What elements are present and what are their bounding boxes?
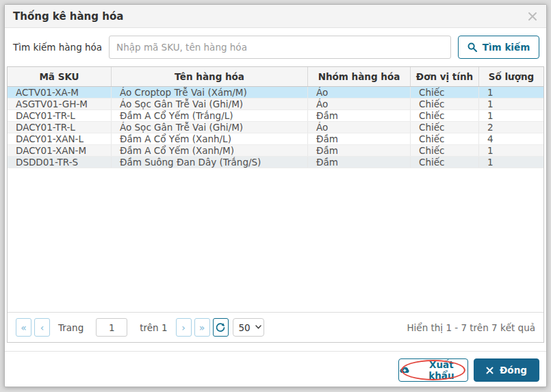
cell-group: Áo bbox=[308, 122, 411, 133]
pagination-bar: « ‹ Trang trên 1 › » 50 Hiển thị bbox=[8, 312, 543, 342]
next-page-button[interactable]: › bbox=[176, 318, 192, 337]
modal-title: Thống kê hàng hóa bbox=[13, 10, 123, 23]
cell-sku: DACY01-TR-L bbox=[8, 110, 112, 121]
search-icon bbox=[467, 42, 477, 52]
export-button[interactable]: Xuất khẩu bbox=[398, 358, 468, 382]
products-table: Mã SKU Tên hàng hóa Nhóm hàng hóa Đơn vị… bbox=[7, 66, 544, 343]
last-page-button[interactable]: » bbox=[194, 318, 210, 337]
cell-unit: Chiếc bbox=[411, 87, 479, 98]
cell-name: Áo Sọc Gân Trễ Vai (Ghi/M) bbox=[112, 122, 308, 133]
column-header-unit[interactable]: Đơn vị tính bbox=[411, 67, 479, 86]
first-page-button[interactable]: « bbox=[16, 318, 31, 337]
column-header-qty[interactable]: Số lượng bbox=[479, 67, 543, 86]
cell-name: Áo Sọc Gân Trễ Vai (Ghi/M) bbox=[112, 99, 308, 109]
table-row[interactable]: DACY01-XAN-L Đầm A Cổ Yếm (Xanh/L) Đầm C… bbox=[8, 133, 543, 145]
cell-group: Đầm bbox=[308, 133, 411, 144]
search-input[interactable] bbox=[109, 36, 451, 59]
table-row[interactable]: DACY01-XAN-M Đầm A Cổ Yếm (Xanh/M) Đầm C… bbox=[8, 145, 543, 157]
column-header-name[interactable]: Tên hàng hóa bbox=[112, 67, 308, 86]
cell-qty: 1 bbox=[479, 157, 543, 168]
modal-footer: Xuất khẩu Đóng bbox=[5, 351, 546, 387]
product-statistics-modal: Thống kê hàng hóa Tìm kiếm hàng hóa Tìm … bbox=[4, 4, 547, 387]
close-button[interactable]: Đóng bbox=[474, 358, 539, 382]
cell-name: Đầm A Cổ Yếm (Xanh/M) bbox=[112, 145, 308, 156]
page-size-select[interactable]: 50 bbox=[233, 318, 264, 337]
cell-unit: Chiếc bbox=[411, 122, 479, 133]
cell-unit: Chiếc bbox=[411, 110, 479, 121]
page-count-label: trên 1 bbox=[140, 322, 167, 333]
table-row[interactable]: ASGTV01-GH-M Áo Sọc Gân Trễ Vai (Ghi/M) … bbox=[8, 99, 543, 110]
cell-sku: ASGTV01-GH-M bbox=[8, 99, 112, 109]
cell-sku: DACY01-XAN-M bbox=[8, 145, 112, 156]
cell-group: Đầm bbox=[308, 110, 411, 121]
search-label: Tìm kiếm hàng hóa bbox=[13, 42, 102, 53]
page-label: Trang bbox=[58, 322, 84, 333]
cell-group: Áo bbox=[308, 99, 411, 109]
cell-group: Đầm bbox=[308, 157, 411, 168]
cell-sku: DSDD01-TR-S bbox=[8, 157, 112, 168]
close-x-icon bbox=[486, 367, 494, 374]
table-row[interactable]: DACY01-TR-L Áo Sọc Gân Trễ Vai (Ghi/M) Á… bbox=[8, 122, 543, 133]
cell-sku: DACY01-XAN-L bbox=[8, 133, 112, 144]
cell-unit: Chiếc bbox=[411, 145, 479, 156]
cell-unit: Chiếc bbox=[411, 99, 479, 109]
search-button[interactable]: Tìm kiếm bbox=[458, 36, 539, 59]
cell-group: Áo bbox=[308, 87, 411, 98]
column-header-sku[interactable]: Mã SKU bbox=[8, 67, 112, 86]
close-icon bbox=[527, 11, 538, 22]
cell-sku: DACY01-TR-L bbox=[8, 122, 112, 133]
prev-page-button[interactable]: ‹ bbox=[34, 318, 50, 337]
cell-name: Đầm Suông Đan Dây (Trắng/S) bbox=[112, 157, 308, 168]
table-row[interactable]: ACTV01-XA-M Áo Croptop Trễ Vai (Xám/M) Á… bbox=[8, 87, 543, 99]
search-button-label: Tìm kiếm bbox=[483, 42, 530, 53]
table-row[interactable]: DSDD01-TR-S Đầm Suông Đan Dây (Trắng/S) … bbox=[8, 157, 543, 168]
table-row[interactable]: DACY01-TR-L Đầm A Cổ Yếm (Trắng/L) Đầm C… bbox=[8, 110, 543, 122]
refresh-button[interactable] bbox=[213, 318, 229, 337]
modal-header: Thống kê hàng hóa bbox=[5, 5, 546, 28]
cell-qty: 4 bbox=[479, 133, 543, 144]
cell-name: Đầm A Cổ Yếm (Trắng/L) bbox=[112, 110, 308, 121]
cell-qty: 1 bbox=[479, 99, 543, 109]
cell-group: Đầm bbox=[308, 145, 411, 156]
column-header-group[interactable]: Nhóm hàng hóa bbox=[308, 67, 411, 86]
cell-qty: 1 bbox=[479, 145, 543, 156]
results-summary: Hiển thị 1 - 7 trên 7 kết quả bbox=[407, 322, 535, 333]
cell-unit: Chiếc bbox=[411, 157, 479, 168]
refresh-icon bbox=[216, 323, 225, 332]
cell-name: Đầm A Cổ Yếm (Xanh/L) bbox=[112, 133, 308, 144]
search-bar: Tìm kiếm hàng hóa Tìm kiếm bbox=[5, 28, 546, 66]
cell-unit: Chiếc bbox=[411, 133, 479, 144]
cell-qty: 2 bbox=[479, 122, 543, 133]
cell-sku: ACTV01-XA-M bbox=[8, 87, 112, 98]
table-body: ACTV01-XA-M Áo Croptop Trễ Vai (Xám/M) Á… bbox=[8, 87, 543, 168]
cell-name: Áo Croptop Trễ Vai (Xám/M) bbox=[112, 87, 308, 98]
page-input[interactable] bbox=[96, 318, 127, 337]
export-button-label: Xuất khẩu bbox=[415, 359, 467, 381]
close-button-label: Đóng bbox=[500, 365, 527, 376]
cell-qty: 1 bbox=[479, 110, 543, 121]
cell-qty: 1 bbox=[479, 87, 543, 98]
cloud-download-icon bbox=[399, 366, 411, 375]
page-size-select-wrap: 50 bbox=[233, 318, 264, 337]
table-header-row: Mã SKU Tên hàng hóa Nhóm hàng hóa Đơn vị… bbox=[8, 67, 543, 87]
modal-close-button[interactable] bbox=[527, 11, 538, 22]
